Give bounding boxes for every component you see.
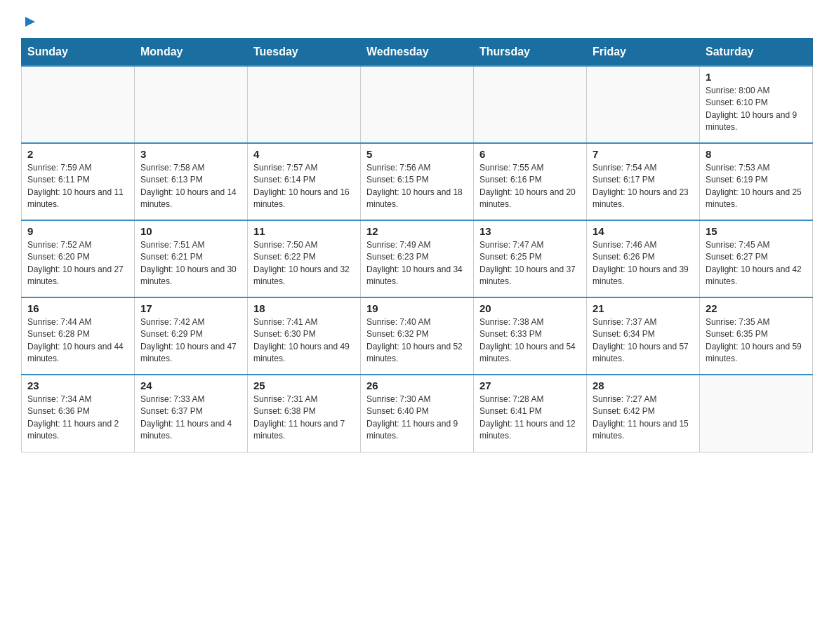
calendar-cell: 22Sunrise: 7:35 AMSunset: 6:35 PMDayligh… [700, 297, 813, 375]
calendar-cell: 28Sunrise: 7:27 AMSunset: 6:42 PMDayligh… [587, 375, 700, 452]
day-number: 1 [706, 71, 807, 83]
calendar-week-4: 16Sunrise: 7:44 AMSunset: 6:28 PMDayligh… [22, 297, 813, 375]
weekday-header-monday: Monday [135, 39, 248, 67]
calendar-cell: 12Sunrise: 7:49 AMSunset: 6:23 PMDayligh… [361, 220, 474, 297]
calendar-week-2: 2Sunrise: 7:59 AMSunset: 6:11 PMDaylight… [22, 143, 813, 220]
day-number: 5 [366, 148, 468, 160]
day-info: Sunrise: 7:57 AMSunset: 6:14 PMDaylight:… [253, 162, 355, 211]
calendar-week-5: 23Sunrise: 7:34 AMSunset: 6:36 PMDayligh… [22, 375, 813, 452]
day-info: Sunrise: 7:55 AMSunset: 6:16 PMDaylight:… [479, 162, 581, 211]
day-info: Sunrise: 7:38 AMSunset: 6:33 PMDaylight:… [479, 316, 581, 365]
day-info: Sunrise: 7:35 AMSunset: 6:35 PMDaylight:… [706, 316, 807, 365]
day-number: 7 [593, 148, 694, 160]
calendar-table: SundayMondayTuesdayWednesdayThursdayFrid… [21, 38, 813, 452]
day-number: 27 [479, 380, 581, 391]
calendar-cell: 10Sunrise: 7:51 AMSunset: 6:21 PMDayligh… [135, 220, 248, 297]
day-info: Sunrise: 7:42 AMSunset: 6:29 PMDaylight:… [140, 316, 241, 365]
day-info: Sunrise: 7:44 AMSunset: 6:28 PMDaylight:… [27, 316, 128, 365]
day-number: 13 [479, 225, 581, 237]
day-number: 21 [593, 302, 694, 314]
day-info: Sunrise: 7:40 AMSunset: 6:32 PMDaylight:… [366, 316, 468, 365]
calendar-cell: 20Sunrise: 7:38 AMSunset: 6:33 PMDayligh… [474, 297, 587, 375]
day-number: 2 [27, 148, 128, 160]
calendar-body: 1Sunrise: 8:00 AMSunset: 6:10 PMDaylight… [22, 66, 813, 452]
day-info: Sunrise: 7:56 AMSunset: 6:15 PMDaylight:… [366, 162, 468, 211]
calendar-cell: 15Sunrise: 7:45 AMSunset: 6:27 PMDayligh… [700, 220, 813, 297]
day-number: 20 [479, 302, 581, 314]
calendar-cell [135, 66, 248, 143]
day-info: Sunrise: 7:30 AMSunset: 6:40 PMDaylight:… [366, 394, 468, 443]
day-info: Sunrise: 7:54 AMSunset: 6:17 PMDaylight:… [593, 162, 694, 211]
calendar-cell: 18Sunrise: 7:41 AMSunset: 6:30 PMDayligh… [248, 297, 361, 375]
calendar-cell: 4Sunrise: 7:57 AMSunset: 6:14 PMDaylight… [248, 143, 361, 220]
svg-marker-0 [25, 17, 35, 27]
weekday-header-thursday: Thursday [474, 39, 587, 67]
day-info: Sunrise: 7:33 AMSunset: 6:37 PMDaylight:… [140, 394, 241, 443]
day-number: 16 [27, 302, 128, 314]
day-number: 11 [253, 225, 355, 237]
day-number: 6 [479, 148, 581, 160]
calendar-cell [474, 66, 587, 143]
calendar-cell: 1Sunrise: 8:00 AMSunset: 6:10 PMDaylight… [700, 66, 813, 143]
calendar-cell [248, 66, 361, 143]
day-info: Sunrise: 7:49 AMSunset: 6:23 PMDaylight:… [366, 239, 468, 288]
calendar-header: SundayMondayTuesdayWednesdayThursdayFrid… [22, 39, 813, 67]
calendar-cell [587, 66, 700, 143]
calendar-cell: 9Sunrise: 7:52 AMSunset: 6:20 PMDaylight… [22, 220, 135, 297]
day-info: Sunrise: 7:31 AMSunset: 6:38 PMDaylight:… [253, 394, 355, 443]
calendar-cell: 27Sunrise: 7:28 AMSunset: 6:41 PMDayligh… [474, 375, 587, 452]
day-number: 4 [253, 148, 355, 160]
day-number: 25 [253, 380, 355, 391]
calendar-week-1: 1Sunrise: 8:00 AMSunset: 6:10 PMDaylight… [22, 66, 813, 143]
calendar-cell [361, 66, 474, 143]
weekday-header-saturday: Saturday [700, 39, 813, 67]
day-number: 24 [140, 380, 241, 391]
day-number: 26 [366, 380, 468, 391]
weekday-header-friday: Friday [587, 39, 700, 67]
day-number: 14 [593, 225, 694, 237]
day-info: Sunrise: 7:28 AMSunset: 6:41 PMDaylight:… [479, 394, 581, 443]
calendar-cell: 21Sunrise: 7:37 AMSunset: 6:34 PMDayligh… [587, 297, 700, 375]
day-info: Sunrise: 7:37 AMSunset: 6:34 PMDaylight:… [593, 316, 694, 365]
day-info: Sunrise: 7:51 AMSunset: 6:21 PMDaylight:… [140, 239, 241, 288]
calendar-cell: 2Sunrise: 7:59 AMSunset: 6:11 PMDaylight… [22, 143, 135, 220]
calendar-cell: 19Sunrise: 7:40 AMSunset: 6:32 PMDayligh… [361, 297, 474, 375]
calendar-cell: 23Sunrise: 7:34 AMSunset: 6:36 PMDayligh… [22, 375, 135, 452]
calendar-cell: 5Sunrise: 7:56 AMSunset: 6:15 PMDaylight… [361, 143, 474, 220]
day-info: Sunrise: 7:34 AMSunset: 6:36 PMDaylight:… [27, 394, 128, 443]
day-number: 18 [253, 302, 355, 314]
day-number: 19 [366, 302, 468, 314]
day-info: Sunrise: 7:27 AMSunset: 6:42 PMDaylight:… [593, 394, 694, 443]
calendar-cell [22, 66, 135, 143]
calendar-cell: 25Sunrise: 7:31 AMSunset: 6:38 PMDayligh… [248, 375, 361, 452]
day-info: Sunrise: 7:59 AMSunset: 6:11 PMDaylight:… [27, 162, 128, 211]
calendar-cell: 26Sunrise: 7:30 AMSunset: 6:40 PMDayligh… [361, 375, 474, 452]
day-number: 10 [140, 225, 241, 237]
day-number: 17 [140, 302, 241, 314]
weekday-header-tuesday: Tuesday [248, 39, 361, 67]
calendar-cell: 6Sunrise: 7:55 AMSunset: 6:16 PMDaylight… [474, 143, 587, 220]
page-header [21, 14, 813, 31]
logo-arrow-icon [22, 14, 38, 32]
calendar-cell: 24Sunrise: 7:33 AMSunset: 6:37 PMDayligh… [135, 375, 248, 452]
day-info: Sunrise: 7:41 AMSunset: 6:30 PMDaylight:… [253, 316, 355, 365]
calendar-cell: 17Sunrise: 7:42 AMSunset: 6:29 PMDayligh… [135, 297, 248, 375]
calendar-cell: 13Sunrise: 7:47 AMSunset: 6:25 PMDayligh… [474, 220, 587, 297]
day-info: Sunrise: 7:52 AMSunset: 6:20 PMDaylight:… [27, 239, 128, 288]
day-info: Sunrise: 7:47 AMSunset: 6:25 PMDaylight:… [479, 239, 581, 288]
day-number: 12 [366, 225, 468, 237]
day-number: 28 [593, 380, 694, 391]
day-number: 22 [706, 302, 807, 314]
day-number: 3 [140, 148, 241, 160]
day-number: 9 [27, 225, 128, 237]
day-number: 23 [27, 380, 128, 391]
day-info: Sunrise: 7:50 AMSunset: 6:22 PMDaylight:… [253, 239, 355, 288]
day-number: 15 [706, 225, 807, 237]
logo [21, 14, 38, 31]
calendar-week-3: 9Sunrise: 7:52 AMSunset: 6:20 PMDaylight… [22, 220, 813, 297]
day-info: Sunrise: 7:53 AMSunset: 6:19 PMDaylight:… [706, 162, 807, 211]
calendar-cell: 14Sunrise: 7:46 AMSunset: 6:26 PMDayligh… [587, 220, 700, 297]
calendar-cell: 3Sunrise: 7:58 AMSunset: 6:13 PMDaylight… [135, 143, 248, 220]
day-info: Sunrise: 7:45 AMSunset: 6:27 PMDaylight:… [706, 239, 807, 288]
day-info: Sunrise: 7:58 AMSunset: 6:13 PMDaylight:… [140, 162, 241, 211]
